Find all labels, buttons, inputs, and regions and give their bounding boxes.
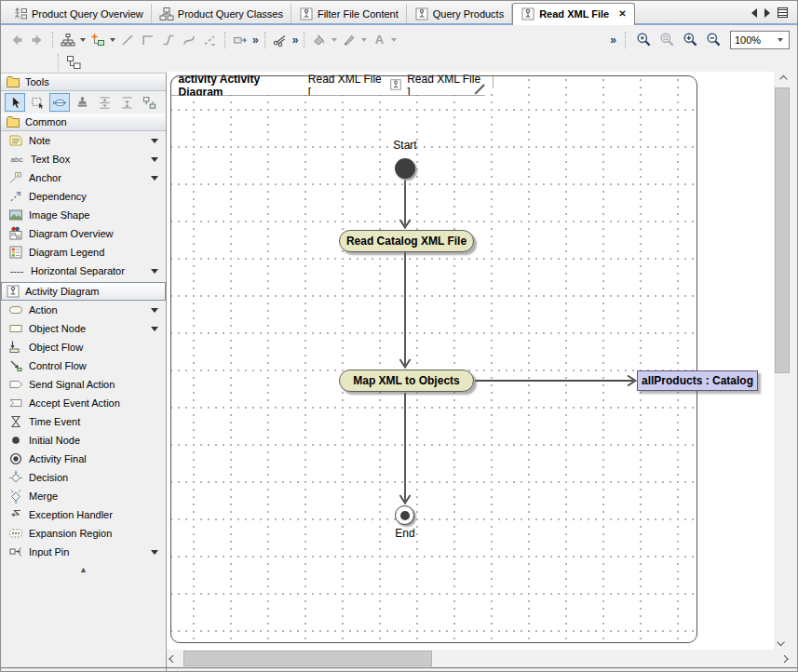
chevron-down-icon[interactable]: [151, 139, 158, 143]
palette-item-text-box[interactable]: abc Text Box: [1, 150, 166, 168]
font-color-button[interactable]: A: [369, 30, 389, 50]
overflow-chevron[interactable]: »: [292, 34, 298, 47]
close-tab-icon[interactable]: ✕: [618, 8, 626, 19]
chevron-down-icon[interactable]: [151, 176, 158, 181]
palette-item-merge[interactable]: Merge: [1, 487, 166, 505]
palette-item-control-flow[interactable]: Control Flow: [1, 356, 166, 375]
activity-final-node[interactable]: [395, 505, 414, 525]
diagram-canvas[interactable]: activity Activity Diagram Read XML File …: [167, 72, 774, 650]
overflow-chevron[interactable]: »: [610, 34, 615, 47]
path-rectilinear-button[interactable]: [138, 30, 158, 50]
palette-item-object-node[interactable]: Object Node: [1, 319, 166, 338]
path-curved-button[interactable]: [179, 30, 199, 50]
path-oblique-button[interactable]: [158, 30, 179, 50]
horizontal-scrollbar-thumb[interactable]: [183, 651, 432, 666]
activity-final-icon: [8, 451, 23, 466]
palette-item-decision[interactable]: Decision: [1, 468, 166, 487]
chevron-down-icon[interactable]: [151, 308, 158, 313]
fill-color-button[interactable]: [309, 30, 330, 50]
palette-item-image-shape[interactable]: Image Shape: [1, 206, 166, 224]
dashes-icon: ----: [8, 265, 25, 276]
zoom-out-button[interactable]: [703, 30, 724, 50]
palette-item-expansion-region[interactable]: Expansion Region: [1, 524, 166, 543]
palette-item-exception-handler[interactable]: Exception Handler: [1, 505, 166, 524]
palette-item-activity-final[interactable]: Activity Final: [1, 450, 166, 468]
common-section-header[interactable]: Common: [1, 114, 166, 131]
object-node-allproducts-catalog[interactable]: allProducts : Catalog: [637, 370, 758, 391]
chevron-down-icon[interactable]: [151, 327, 158, 331]
tab-product-query-overview[interactable]: Product Query Overview: [6, 4, 152, 23]
action-read-catalog-xml-file[interactable]: Read Catalog XML File: [339, 230, 474, 252]
add-related-element-button[interactable]: [88, 30, 108, 50]
tab-filter-file-content[interactable]: Filter File Content: [291, 4, 407, 23]
tab-read-xml-file[interactable]: Read XML File ✕: [512, 3, 634, 25]
palette-item-label: Activity Final: [29, 453, 87, 464]
scissors-button[interactable]: [270, 30, 291, 50]
palette-item-initial-node[interactable]: Initial Node: [1, 431, 166, 450]
select-tool-button[interactable]: [5, 93, 25, 112]
resize-height-tool-button[interactable]: [116, 93, 137, 112]
palette-item-dependency[interactable]: Dependency: [1, 187, 166, 206]
initial-node[interactable]: [395, 158, 415, 179]
toolbar-separator: [625, 32, 626, 48]
stamp-tool-button[interactable]: [72, 93, 92, 112]
scroll-down-button[interactable]: [774, 635, 791, 650]
dropdown-arrow-icon[interactable]: [361, 38, 367, 42]
scroll-left-button[interactable]: [167, 650, 182, 667]
palette-item-send-signal-action[interactable]: Send Signal Action: [1, 375, 166, 394]
vertical-scrollbar-thumb[interactable]: [775, 87, 790, 373]
diagram-legend-icon: [8, 245, 23, 260]
back-button[interactable]: [7, 30, 27, 50]
palette-item-object-flow[interactable]: Object Flow: [1, 338, 166, 356]
palette-scroll-up-icon[interactable]: ▲: [1, 561, 166, 574]
chevron-down-icon[interactable]: [151, 157, 158, 162]
related-elements-tree-button[interactable]: [58, 30, 78, 50]
display-related-button[interactable]: [230, 30, 250, 50]
path-straight-button[interactable]: [117, 30, 138, 50]
palette-item-action[interactable]: Action: [1, 301, 166, 319]
palette-item-diagram-legend[interactable]: Diagram Legend: [1, 243, 166, 262]
dropdown-arrow-icon[interactable]: [331, 38, 337, 42]
chevron-down-icon[interactable]: [151, 269, 158, 274]
forward-button[interactable]: [27, 30, 47, 50]
containment-button[interactable]: [63, 52, 84, 73]
overflow-chevron[interactable]: »: [252, 34, 258, 47]
palette-item-anchor[interactable]: Anchor: [1, 168, 166, 187]
zoom-1-1-button[interactable]: [633, 30, 654, 50]
dropdown-arrow-icon[interactable]: [80, 38, 86, 42]
scroll-tabs-right-icon[interactable]: [764, 8, 770, 18]
scroll-up-button[interactable]: [774, 72, 791, 87]
activity-diagram-icon: [6, 284, 20, 299]
tab-query-products[interactable]: Query Products: [407, 4, 512, 23]
tab-label: Read XML File: [539, 8, 609, 20]
palette-item-label: Time Event: [29, 416, 80, 427]
vertical-scrollbar[interactable]: [774, 72, 791, 650]
zoom-in-button[interactable]: [680, 30, 700, 50]
scroll-right-button[interactable]: [776, 650, 791, 667]
dropdown-arrow-icon[interactable]: [110, 38, 115, 42]
line-color-button[interactable]: [339, 30, 359, 50]
tab-product-query-classes[interactable]: Product Query Classes: [152, 4, 291, 23]
activity-diagram-section-header[interactable]: Activity Diagram: [1, 282, 166, 301]
zoom-fit-button[interactable]: [656, 30, 677, 50]
select-free-tool-button[interactable]: [27, 93, 47, 112]
swap-elements-tool-button[interactable]: [139, 93, 159, 112]
link-tool-button[interactable]: [49, 93, 70, 112]
merge-icon: [8, 489, 23, 504]
path-custom-button[interactable]: [199, 30, 220, 50]
action-map-xml-to-objects[interactable]: Map XML to Objects: [339, 370, 474, 392]
distribute-vertically-tool-button[interactable]: [94, 93, 115, 112]
zoom-level-select[interactable]: 100%: [730, 31, 790, 49]
tab-list-icon[interactable]: [778, 7, 788, 18]
palette-item-accept-event-action[interactable]: Accept Event Action: [1, 394, 166, 412]
palette-item-input-pin[interactable]: Input Pin: [1, 543, 166, 561]
tools-section-header[interactable]: Tools: [1, 74, 166, 91]
palette-item-note[interactable]: Note: [1, 131, 166, 150]
horizontal-scrollbar[interactable]: [167, 650, 791, 667]
palette-item-time-event[interactable]: Time Event: [1, 412, 166, 431]
scroll-tabs-left-icon[interactable]: [751, 8, 757, 18]
palette-item-diagram-overview[interactable]: Diagram Overview: [1, 224, 166, 243]
dropdown-arrow-icon[interactable]: [391, 38, 397, 42]
chevron-down-icon[interactable]: [151, 550, 158, 555]
palette-item-horizontal-separator[interactable]: ---- Horizontal Separator: [1, 262, 166, 280]
